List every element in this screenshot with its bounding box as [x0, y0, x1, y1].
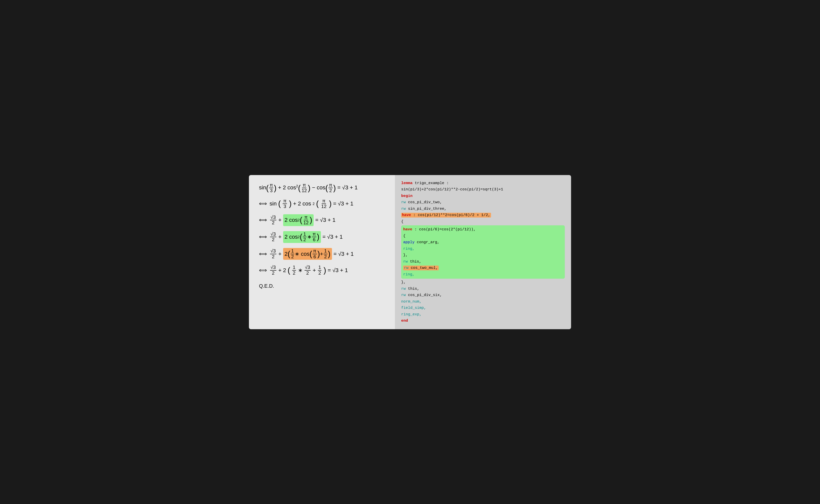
- ring-inner: ring,: [403, 247, 415, 251]
- code-panel: lemma trigo_example : sin(pi/3)+2*cos(pi…: [395, 175, 571, 329]
- keyword-apply: apply: [403, 240, 415, 244]
- iff-symbol-2: ⟺: [259, 200, 267, 207]
- code-end-line: end: [401, 318, 565, 324]
- iff-symbol-3: ⟺: [259, 217, 267, 223]
- code-brace-inner-open: {: [403, 233, 563, 239]
- main-container: sin(π3) + 2 cos2(π12) − cos(π2) = √3 + 1…: [247, 173, 573, 332]
- highlight-green-4: 2 cos2(12 ∗ π6): [283, 231, 321, 243]
- code-rw-1: rw cos_pi_div_two,: [401, 199, 565, 206]
- code-brace-outer-close: },: [401, 279, 565, 286]
- code-norm-num: norm_num,: [401, 299, 565, 305]
- code-ring-exp: ring_exp,: [401, 311, 565, 318]
- math-line-2: ⟺ sin(π3) + 2 cos2(π12) = √3 + 1: [259, 198, 385, 209]
- frac-sqrt3-2-b: √32: [270, 232, 276, 242]
- rw-keyword-2: rw: [401, 207, 406, 211]
- rw-this-keyword: rw: [403, 260, 408, 264]
- math-line-1: sin(π3) + 2 cos2(π12) − cos(π2) = √3 + 1: [259, 183, 385, 193]
- apply-arg: congr_arg,: [415, 240, 439, 244]
- frac-sqrt3-2-c: √32: [270, 248, 276, 259]
- rw-arg-1: cos_pi_div_two,: [406, 200, 442, 204]
- code-brace-outer-open: {: [401, 219, 565, 225]
- highlight-green-3: 2 cos2(π12): [283, 214, 314, 226]
- code-field-simp: field_simp,: [401, 305, 565, 311]
- rw-cos-two-mul-keyword: rw: [404, 266, 408, 270]
- code-rw-this-inner: rw this,: [403, 259, 563, 265]
- code-ring-inner: ring,: [403, 246, 563, 252]
- math-line-3: ⟺ √32 + 2 cos2(π12) = √3 + 1: [259, 214, 385, 226]
- rw-keyword-1: rw: [401, 200, 406, 204]
- code-green-block: have : cos(pi/6)=cos(2*(pi/12)), { apply…: [401, 225, 565, 279]
- frac-sqrt3-2-d: √32: [270, 265, 276, 276]
- rw-cos-two-mul-text: cos_two_mul,: [408, 266, 438, 270]
- rw-this-text: this,: [408, 260, 421, 264]
- keyword-begin: begin: [401, 194, 413, 198]
- code-ring-outer: ring,: [403, 271, 563, 278]
- highlight-orange-5: 2(12 ∗ cos(π6) + 12): [283, 248, 332, 260]
- code-have-inner: have : cos(pi/6)=cos(2*(pi/12)),: [403, 226, 563, 233]
- qed-text: Q.E.D.: [259, 283, 385, 289]
- rw-six-text: cos_pi_div_six,: [406, 293, 442, 297]
- code-statement-line: sin(pi/3)+2*cos(pi/12)**2-cos(pi/2)=sqrt…: [401, 186, 565, 193]
- keyword-have-outer: have: [402, 213, 411, 217]
- rw-arg-2: sin_pi_div_three,: [406, 207, 446, 211]
- ring-exp: ring_exp,: [401, 312, 422, 317]
- lemma-name: trigo_example :: [413, 181, 449, 185]
- have-inner-text: : cos(pi/6)=cos(2*(pi/12)),: [412, 227, 476, 232]
- rw-this-outer-keyword: rw: [401, 287, 406, 291]
- field-simp: field_simp,: [401, 306, 426, 310]
- math-panel: sin(π3) + 2 cos2(π12) − cos(π2) = √3 + 1…: [249, 175, 395, 329]
- frac-sqrt3-2: √32: [270, 215, 276, 226]
- code-rw-cos-two-mul: rw cos_two_mul,: [403, 265, 563, 271]
- code-apply: apply congr_arg,: [403, 239, 563, 246]
- iff-symbol-5: ⟺: [259, 251, 267, 257]
- rw-this-outer-text: this,: [406, 287, 419, 291]
- code-begin-line: begin: [401, 193, 565, 199]
- code-have-outer: have : cos(pi/12)**2=cos(pi/6)/2 + 1/2,: [401, 212, 565, 219]
- iff-symbol-6: ⟺: [259, 267, 267, 274]
- keyword-lemma: lemma: [401, 181, 413, 185]
- keyword-end: end: [401, 319, 408, 323]
- code-rw-cos-pi-div-six: rw cos_pi_div_six,: [401, 292, 565, 299]
- code-rw-2: rw sin_pi_div_three,: [401, 206, 565, 212]
- lemma-statement: sin(pi/3)+2*cos(pi/12)**2-cos(pi/2)=sqrt…: [401, 187, 503, 192]
- iff-symbol-4: ⟺: [259, 234, 267, 240]
- code-rw-this-outer: rw this,: [401, 286, 565, 292]
- code-brace-inner-close: },: [403, 252, 563, 259]
- have-outer-text: : cos(pi/12)**2=cos(pi/6)/2 + 1/2,: [411, 213, 490, 217]
- rw-six-keyword: rw: [401, 293, 406, 297]
- code-lemma-line: lemma trigo_example :: [401, 180, 565, 187]
- math-line-6: ⟺ √32 + 2(12 ∗ √32 + 12) = √3 + 1: [259, 265, 385, 276]
- math-expr-1: sin(π3) + 2 cos2(π12) − cos(π2) = √3 + 1: [259, 183, 358, 193]
- math-line-4: ⟺ √32 + 2 cos2(12 ∗ π6) = √3 + 1: [259, 231, 385, 243]
- ring-outer: ring,: [403, 272, 415, 277]
- norm-num: norm_num,: [401, 300, 422, 304]
- math-line-5: ⟺ √32 + 2(12 ∗ cos(π6) + 12) = √3 + 1: [259, 248, 385, 260]
- keyword-have-inner: have: [403, 227, 412, 232]
